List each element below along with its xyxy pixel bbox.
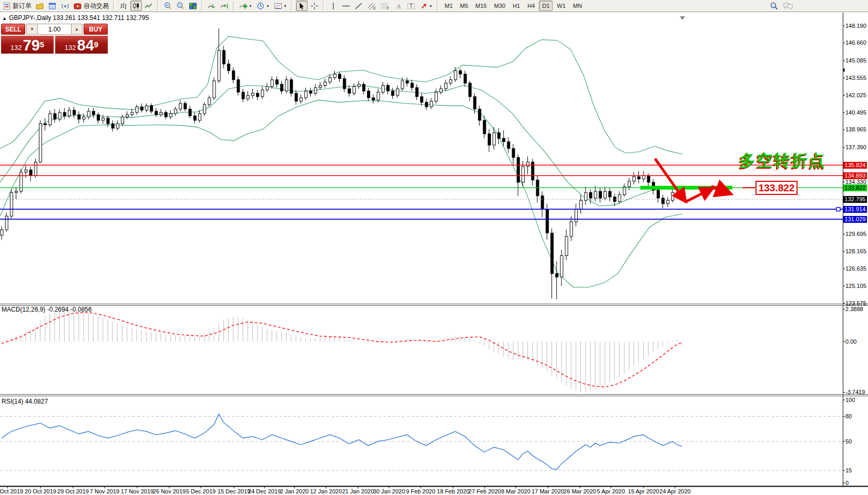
cursor-button[interactable] — [296, 1, 308, 11]
svg-text:E: E — [373, 6, 376, 10]
timeframe-M1[interactable]: M1 — [442, 1, 456, 11]
profiles-button[interactable] — [34, 1, 46, 11]
macd-signal-line — [2, 313, 682, 387]
price-callout-label[interactable]: 133.822 — [755, 181, 798, 195]
date-label: 21 Jan 2020 — [342, 488, 374, 494]
price-tick-label: 123.575 — [845, 300, 866, 306]
volume-increase-button[interactable]: ▲ — [71, 24, 83, 35]
rsi-tick-label: 15 — [845, 467, 852, 473]
periods-icon — [257, 2, 265, 10]
date-label: 30 Jan 2020 — [373, 488, 405, 494]
price-line-label: 131.914 — [843, 206, 867, 213]
zoom-in-icon — [164, 2, 172, 10]
templates-button[interactable]: ▼ — [272, 1, 289, 11]
profiles-icon — [36, 2, 44, 10]
date-label: 17 Mar 2020 — [532, 488, 564, 494]
tile-windows-button[interactable] — [187, 1, 199, 11]
timeframe-M5[interactable]: M5 — [457, 1, 471, 11]
timeframe-H1[interactable]: H1 — [509, 1, 523, 11]
toolbar-separator — [113, 1, 115, 11]
buy-price-sup: 9 — [94, 36, 98, 54]
toolbar-separator — [291, 1, 293, 11]
date-label: 24 Dec 2019 — [248, 488, 281, 494]
price-tick-label: 125.105 — [845, 283, 866, 289]
price-line-label: 131.029 — [843, 216, 867, 223]
zoom-out-button[interactable] — [175, 1, 186, 11]
new-order-button[interactable]: 新订单 — [2, 1, 33, 11]
toolbar-separator — [323, 1, 325, 11]
horizontal-line-button[interactable] — [340, 1, 352, 11]
search-button[interactable] — [768, 1, 780, 11]
chevron-down-icon: ▼ — [249, 4, 252, 8]
tile-windows-icon — [189, 2, 197, 10]
sell-button[interactable]: SELL — [1, 24, 25, 35]
timeframe-D1[interactable]: D1 — [539, 1, 553, 11]
text-label-button[interactable]: T — [405, 1, 417, 11]
line-chart-button[interactable] — [143, 1, 155, 11]
autotrading-button[interactable]: 自动交易 — [72, 1, 110, 11]
date-label: 12 Jan 2020 — [310, 488, 342, 494]
auto-scroll-button[interactable] — [206, 1, 218, 11]
community-chat-button[interactable] — [781, 1, 795, 11]
candlestick-chart-button[interactable] — [130, 1, 142, 11]
trendline-button[interactable] — [353, 1, 364, 11]
volume-decrease-button[interactable]: ▼ — [26, 24, 38, 35]
price-line-label: 135.824 — [843, 162, 867, 169]
chart-shift-button[interactable] — [219, 1, 230, 11]
text-icon: A — [395, 2, 402, 10]
chevron-down-icon: ▼ — [283, 4, 287, 8]
rsi-tick-label: 80 — [845, 413, 852, 419]
svg-text:A: A — [396, 3, 401, 10]
price-line-label: 132.795 — [843, 196, 867, 203]
timeframe-H4[interactable]: H4 — [524, 1, 538, 11]
arrows-button[interactable]: ▼ — [418, 1, 434, 11]
zoom-in-button[interactable] — [162, 1, 173, 11]
volume-input[interactable]: 1.00 — [38, 24, 71, 35]
chart-canvas[interactable]: ▲GBPJPY-,Daily 133.261 133.541 132.711 1… — [0, 12, 868, 495]
signals-button[interactable] — [59, 1, 71, 11]
buy-price-display[interactable]: 132 84 9 — [55, 36, 108, 54]
turning-point-annotation[interactable]: 多空转折点 — [739, 150, 826, 172]
rsi-tick-label: 100 — [845, 397, 855, 403]
chart-shift-marker — [680, 16, 685, 20]
date-label: 15 Apr 2020 — [628, 488, 659, 494]
timeframe-M30[interactable]: M30 — [491, 1, 508, 11]
date-label: 26 Nov 2019 — [153, 488, 186, 494]
bar-chart-button[interactable] — [118, 1, 129, 11]
bollinger-upper-band — [0, 36, 682, 154]
fibonacci-button[interactable]: F — [379, 1, 392, 11]
date-label: 8 Mar 2020 — [501, 488, 530, 494]
equidistant-channel-icon: E — [367, 2, 376, 10]
vertical-line-button[interactable] — [328, 1, 339, 11]
collapse-icon[interactable]: ▲ — [2, 16, 7, 21]
search-icon — [770, 2, 779, 10]
date-label: 18 Feb 2020 — [437, 488, 469, 494]
auto-scroll-icon — [208, 2, 216, 10]
periods-button[interactable]: ▼ — [255, 1, 271, 11]
price-tick-label: 143.555 — [845, 75, 866, 81]
timeframe-M15[interactable]: M15 — [472, 1, 489, 11]
indicators-button[interactable]: ▼ — [238, 1, 254, 11]
market-watch-button[interactable] — [47, 1, 58, 11]
timeframe-W1[interactable]: W1 — [554, 1, 569, 11]
candles — [1, 28, 683, 300]
autotrading-label: 自动交易 — [84, 2, 109, 11]
timeframe-MN[interactable]: MN — [570, 1, 585, 11]
text-button[interactable]: A — [393, 1, 404, 11]
buy-button[interactable]: BUY — [84, 24, 108, 35]
sell-price-display[interactable]: 132 79 5 — [1, 36, 54, 54]
sell-price-sup: 5 — [40, 36, 44, 54]
price-tick-label: 128.165 — [845, 248, 866, 254]
equidistant-channel-button[interactable]: E — [365, 1, 378, 11]
crosshair-button[interactable] — [309, 1, 320, 11]
price-tick-label: 129.695 — [845, 231, 866, 237]
date-label: 17 Nov 2019 — [121, 488, 154, 494]
date-label: 5 Dec 2019 — [186, 488, 216, 494]
new-order-label: 新订单 — [13, 2, 32, 11]
buy-price-prefix: 132 — [65, 43, 76, 53]
templates-icon — [274, 2, 282, 10]
date-label: 26 Mar 2020 — [564, 488, 596, 494]
sell-price-prefix: 132 — [11, 43, 22, 53]
svg-text:T: T — [410, 3, 413, 9]
symbol-period-label: GBPJPY-,Daily — [9, 14, 51, 22]
